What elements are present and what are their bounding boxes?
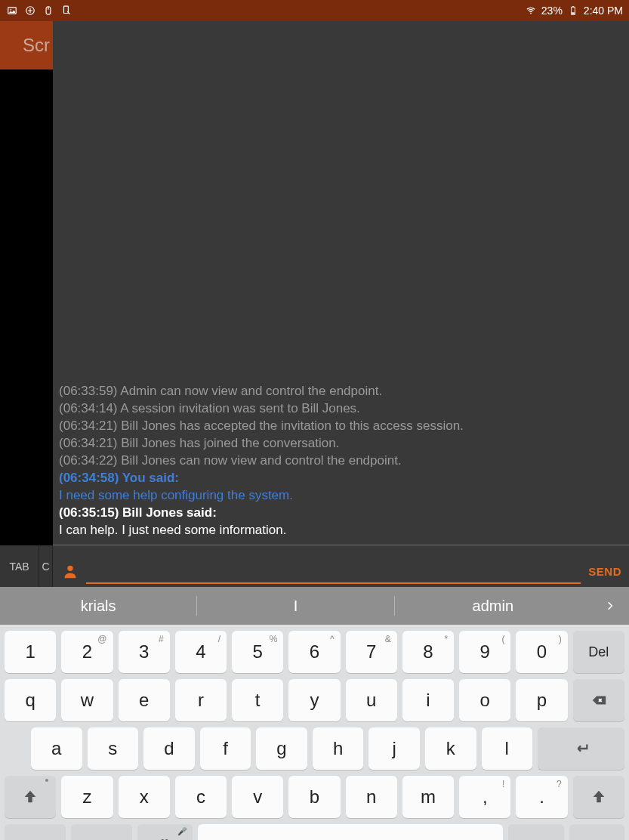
key-shift-right[interactable] [573, 776, 624, 818]
suggestion-word[interactable]: admin [395, 598, 591, 615]
key-j[interactable]: j [368, 727, 420, 770]
keyboard-row-1: 1 2@ 3# 4/ 5% 6^ 7& 8* 9( 0) Del [5, 631, 624, 673]
battery-icon [567, 5, 579, 17]
app-title: Scr [23, 35, 50, 56]
keyboard-row-4: z x c v b n m ,! .? [5, 776, 624, 818]
key-n[interactable]: n [346, 776, 397, 818]
key-7[interactable]: 7& [346, 631, 397, 673]
chat-you-header: (06:34:58) You said: [59, 469, 623, 486]
mouse-icon [42, 5, 54, 17]
tab-button-tab[interactable]: TAB [0, 545, 39, 587]
wifi-icon [525, 5, 537, 17]
key-c[interactable]: c [175, 776, 227, 818]
content-area: 06:33:59Admin can now view and control t… [0, 69, 629, 545]
key-m[interactable]: m [402, 776, 454, 818]
chat-other-header: (06:35:15) Bill Jones said: [59, 504, 623, 521]
key-g[interactable]: g [256, 727, 307, 770]
suggestion-more-icon[interactable] [591, 597, 629, 615]
on-screen-keyboard: 1 2@ 3# 4/ 5% 6^ 7& 8* 9( 0) Del q w e r… [0, 625, 629, 840]
picture-icon [6, 5, 18, 17]
key-enter[interactable] [538, 727, 624, 770]
key-0[interactable]: 0) [516, 631, 567, 673]
key-s[interactable]: s [88, 727, 139, 770]
key-k[interactable]: k [425, 727, 476, 770]
key-u[interactable]: u [346, 679, 397, 721]
key-backspace[interactable] [573, 679, 624, 721]
key-delete[interactable]: Del [573, 631, 624, 673]
svg-point-10 [67, 566, 72, 571]
key-d[interactable]: d [143, 727, 195, 770]
key-4[interactable]: 4/ [175, 631, 227, 673]
key-x[interactable]: x [119, 776, 170, 818]
left-column [0, 69, 53, 545]
clock: 2:40 PM [584, 5, 623, 17]
key-arrow-left[interactable] [508, 824, 563, 840]
chat-panel: 06:33:59Admin can now view and control t… [53, 21, 629, 545]
android-status-bar: 23% 2:40 PM [0, 0, 629, 21]
tab-button-c[interactable]: C [39, 545, 53, 587]
keyboard-row-5: Ctrl Sym 🎤 English(US) [5, 824, 624, 840]
chat-input[interactable] [86, 561, 581, 584]
key-w[interactable]: w [61, 679, 113, 721]
svg-point-1 [10, 9, 11, 11]
keyboard-suggestion-bar: krials I admin [0, 587, 629, 625]
key-1[interactable]: 1 [5, 631, 56, 673]
key-comma[interactable]: ,! [459, 776, 510, 818]
battery-percentage: 23% [541, 5, 563, 17]
key-q[interactable]: q [5, 679, 56, 721]
key-6[interactable]: 6^ [288, 631, 340, 673]
key-b[interactable]: b [288, 776, 340, 818]
keyboard-row-3: a s d f g h j k l [5, 727, 624, 770]
key-e[interactable]: e [119, 679, 170, 721]
suggestion-word[interactable]: I [197, 598, 393, 615]
key-2[interactable]: 2@ [61, 631, 113, 673]
person-icon [62, 563, 79, 579]
svg-point-6 [530, 13, 532, 14]
key-v[interactable]: v [232, 776, 283, 818]
key-period[interactable]: .? [516, 776, 567, 818]
chat-system-line: 06:34:21Bill Jones has joined the conver… [59, 434, 623, 452]
device-icon [60, 5, 72, 17]
chat-divider [53, 545, 629, 545]
key-t[interactable]: t [232, 679, 283, 721]
key-y[interactable]: y [288, 679, 340, 721]
send-button[interactable]: SEND [588, 565, 621, 584]
key-r[interactable]: r [175, 679, 227, 721]
key-9[interactable]: 9( [459, 631, 510, 673]
plus-icon [24, 5, 36, 17]
key-o[interactable]: o [459, 679, 510, 721]
key-shift-left[interactable] [5, 776, 56, 818]
suggestion-word[interactable]: krials [0, 598, 196, 615]
svg-rect-8 [572, 6, 574, 7]
key-space[interactable]: English(US) [198, 824, 503, 840]
key-8[interactable]: 8* [402, 631, 454, 673]
key-i[interactable]: i [402, 679, 454, 721]
chat-system-line: 06:33:59Admin can now view and control t… [59, 382, 623, 400]
key-5[interactable]: 5% [232, 631, 283, 673]
chat-system-line: 06:34:22Bill Jones can now view and cont… [59, 452, 623, 469]
chat-scroll[interactable]: 06:33:59Admin can now view and control t… [53, 21, 629, 543]
key-a[interactable]: a [31, 727, 82, 770]
chat-input-area: SEND [53, 545, 629, 587]
key-sym[interactable]: Sym [71, 824, 132, 840]
svg-rect-9 [572, 12, 575, 14]
key-p[interactable]: p [516, 679, 567, 721]
key-h[interactable]: h [313, 727, 364, 770]
chat-system-line: 06:34:14A session invitation was sent to… [59, 400, 623, 417]
key-f[interactable]: f [200, 727, 251, 770]
key-settings[interactable]: 🎤 [137, 824, 193, 840]
key-arrow-right[interactable] [569, 824, 624, 840]
key-z[interactable]: z [61, 776, 113, 818]
key-l[interactable]: l [482, 727, 533, 770]
chat-other-message: I can help. I just need some information… [59, 521, 623, 539]
key-3[interactable]: 3# [119, 631, 170, 673]
chat-system-line: 06:34:21Bill Jones has accepted the invi… [59, 417, 623, 434]
footer-row: TAB C SEND [0, 545, 629, 587]
key-ctrl[interactable]: Ctrl [5, 824, 66, 840]
chat-you-message: I need some help configuring the system. [59, 486, 623, 504]
keyboard-row-2: q w e r t y u i o p [5, 679, 624, 721]
